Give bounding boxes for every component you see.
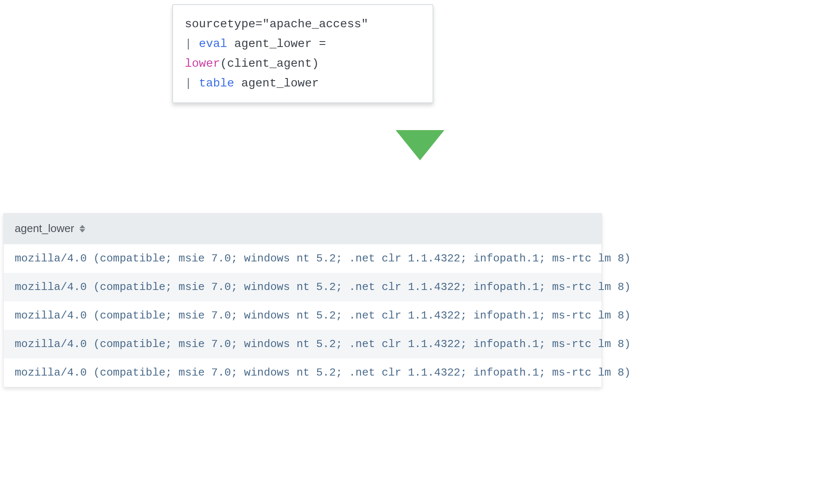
sort-icon[interactable] — [79, 225, 85, 232]
query-line-3: | table agent_lower — [185, 73, 421, 93]
query-sourcetype-key: sourcetype= — [185, 18, 262, 31]
eval-command: eval — [199, 37, 227, 50]
table-row[interactable]: mozilla/4.0 (compatible; msie 7.0; windo… — [4, 273, 601, 301]
results-table: agent_lower mozilla/4.0 (compatible; msi… — [3, 213, 602, 387]
eval-assignment: agent_lower = — [227, 37, 326, 50]
table-args: agent_lower — [234, 77, 319, 90]
pipe-symbol: | — [185, 37, 199, 50]
column-header-agent-lower[interactable]: agent_lower — [4, 214, 601, 244]
table-command: table — [199, 77, 234, 90]
lower-args: (client_agent) — [220, 57, 319, 70]
table-row[interactable]: mozilla/4.0 (compatible; msie 7.0; windo… — [4, 330, 601, 358]
table-row[interactable]: mozilla/4.0 (compatible; msie 7.0; windo… — [4, 358, 601, 387]
lower-function: lower — [185, 57, 220, 70]
table-row[interactable]: mozilla/4.0 (compatible; msie 7.0; windo… — [4, 301, 601, 330]
query-sourcetype-value: "apache_access" — [262, 18, 368, 31]
search-query-box[interactable]: sourcetype="apache_access" | eval agent_… — [172, 4, 433, 103]
table-row[interactable]: mozilla/4.0 (compatible; msie 7.0; windo… — [4, 244, 601, 273]
query-line-1: sourcetype="apache_access" — [185, 14, 421, 34]
query-line-2: | eval agent_lower = lower(client_agent) — [185, 34, 421, 73]
results-body: mozilla/4.0 (compatible; msie 7.0; windo… — [4, 244, 601, 387]
arrow-down-icon — [396, 130, 444, 160]
column-header-label: agent_lower — [15, 222, 74, 235]
pipe-symbol: | — [185, 77, 199, 90]
